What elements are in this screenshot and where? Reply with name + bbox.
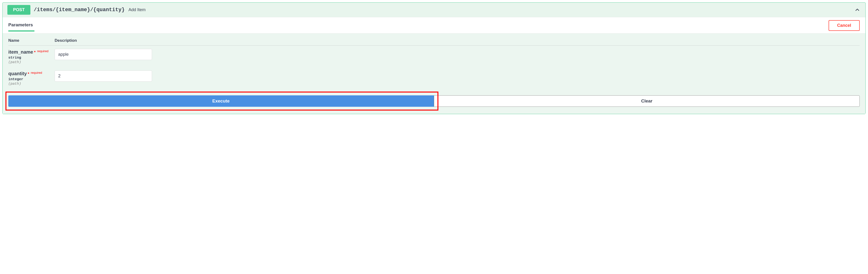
required-label: required: [31, 71, 42, 74]
parameter-type: string: [8, 56, 55, 60]
tab-parameters[interactable]: Parameters: [8, 22, 33, 31]
parameters-section: Name Description item_name* required str…: [3, 33, 865, 114]
http-method-badge: POST: [7, 5, 30, 15]
cancel-button[interactable]: Cancel: [829, 20, 860, 31]
parameter-in: (path): [8, 60, 55, 64]
execute-button[interactable]: Execute: [8, 95, 434, 107]
required-star-icon: *: [28, 72, 29, 76]
parameter-type: integer: [8, 77, 55, 81]
quantity-input[interactable]: [55, 70, 152, 81]
chevron-up-icon[interactable]: [854, 7, 861, 13]
parameter-row: item_name* required string (path): [8, 49, 860, 64]
operation-body: Parameters Cancel Name Description item_…: [3, 17, 865, 114]
parameter-row: quantity* required integer (path): [8, 70, 860, 86]
action-button-row: Execute Clear: [8, 95, 860, 107]
required-label: required: [37, 49, 49, 53]
operation-summary[interactable]: POST /items/{item_name}/{quantity} Add I…: [3, 3, 865, 17]
parameter-value-cell: [55, 70, 152, 81]
parameter-name-cell: quantity* required integer (path): [8, 70, 55, 86]
endpoint-summary: Add Item: [128, 7, 146, 12]
parameter-name-cell: item_name* required string (path): [8, 49, 55, 64]
parameters-table-head: Name Description: [8, 38, 860, 45]
tab-header: Parameters Cancel: [3, 17, 865, 33]
column-description-header: Description: [55, 38, 77, 43]
parameter-name: quantity: [8, 71, 27, 76]
endpoint-path: /items/{item_name}/{quantity}: [34, 7, 125, 13]
item-name-input[interactable]: [55, 49, 152, 60]
parameters-table: Name Description item_name* required str…: [8, 38, 860, 107]
clear-button[interactable]: Clear: [434, 95, 860, 107]
required-star-icon: *: [34, 50, 36, 54]
operation-block: POST /items/{item_name}/{quantity} Add I…: [2, 2, 866, 114]
parameter-value-cell: [55, 49, 152, 60]
parameter-name: item_name: [8, 49, 33, 55]
column-name-header: Name: [8, 38, 55, 43]
parameter-in: (path): [8, 82, 55, 86]
